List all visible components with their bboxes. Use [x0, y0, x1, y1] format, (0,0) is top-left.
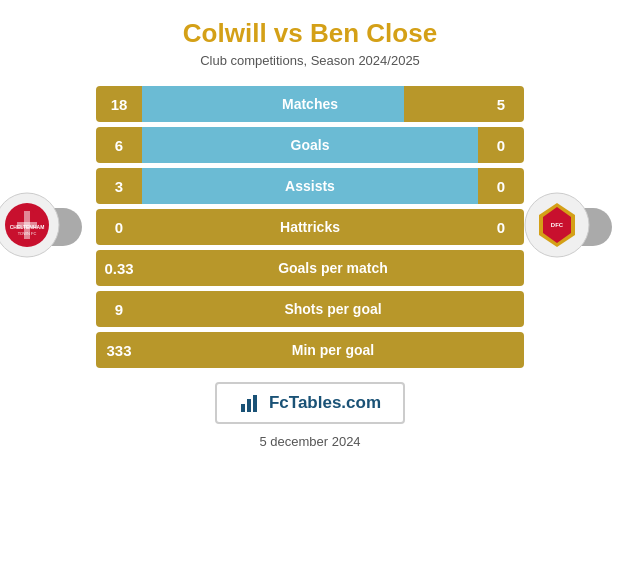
stat-left-goals: 6	[96, 127, 142, 163]
stat-row-matches: 18Matches5	[96, 86, 524, 122]
stat-row-assists: 3Assists0	[96, 168, 524, 204]
branding-box: FcTables.com	[215, 382, 405, 424]
svg-text:TOWN FC: TOWN FC	[17, 231, 36, 236]
stat-label-min_per_goal: Min per goal	[292, 342, 374, 358]
page-title: Colwill vs Ben Close	[183, 18, 437, 49]
svg-text:CHELTENHAM: CHELTENHAM	[9, 224, 44, 230]
stat-bar-assists: Assists	[142, 168, 478, 204]
logo-left-container: CHELTENHAM TOWN FC	[0, 208, 90, 246]
stats-column: 18Matches56Goals03Assists00Hattricks00.3…	[90, 86, 530, 368]
stat-label-hattricks: Hattricks	[280, 219, 340, 235]
stat-left-assists: 3	[96, 168, 142, 204]
stat-label-goals: Goals	[291, 137, 330, 153]
stat-row-goals: 6Goals0	[96, 127, 524, 163]
cheltenham-logo: CHELTENHAM TOWN FC	[0, 191, 61, 259]
date-text: 5 december 2024	[259, 434, 360, 449]
chart-icon	[239, 392, 261, 414]
stat-row-goals_per_match: 0.33Goals per match	[96, 250, 524, 286]
stat-left-shots_per_goal: 9	[96, 291, 142, 327]
logo-right-container: DFC	[530, 208, 620, 246]
stat-left-matches: 18	[96, 86, 142, 122]
stat-label-matches: Matches	[282, 96, 338, 112]
svg-rect-12	[253, 395, 257, 412]
svg-text:DFC: DFC	[550, 222, 563, 228]
stat-bar-goals_per_match: Goals per match	[142, 250, 524, 286]
svg-rect-10	[241, 404, 245, 412]
stat-right-matches: 5	[478, 86, 524, 122]
stat-row-hattricks: 0Hattricks0	[96, 209, 524, 245]
svg-rect-11	[247, 399, 251, 412]
branding-text: FcTables.com	[269, 393, 381, 413]
stat-label-goals_per_match: Goals per match	[278, 260, 388, 276]
stat-bar-matches: Matches	[142, 86, 478, 122]
stat-right-hattricks: 0	[478, 209, 524, 245]
stat-bar-min_per_goal: Min per goal	[142, 332, 524, 368]
stat-bar-shots_per_goal: Shots per goal	[142, 291, 524, 327]
stat-right-assists: 0	[478, 168, 524, 204]
stat-label-assists: Assists	[285, 178, 335, 194]
stat-left-hattricks: 0	[96, 209, 142, 245]
page-container: Colwill vs Ben Close Club competitions, …	[0, 0, 620, 580]
page-subtitle: Club competitions, Season 2024/2025	[200, 53, 420, 68]
stat-bar-hattricks: Hattricks	[142, 209, 478, 245]
stat-label-shots_per_goal: Shots per goal	[284, 301, 381, 317]
stat-right-goals: 0	[478, 127, 524, 163]
main-section: CHELTENHAM TOWN FC 18Matches56Goals03Ass…	[0, 86, 620, 368]
stat-row-shots_per_goal: 9Shots per goal	[96, 291, 524, 327]
stat-row-min_per_goal: 333Min per goal	[96, 332, 524, 368]
stat-left-goals_per_match: 0.33	[96, 250, 142, 286]
doncaster-logo: DFC	[523, 191, 591, 259]
stat-left-min_per_goal: 333	[96, 332, 142, 368]
stat-bar-goals: Goals	[142, 127, 478, 163]
